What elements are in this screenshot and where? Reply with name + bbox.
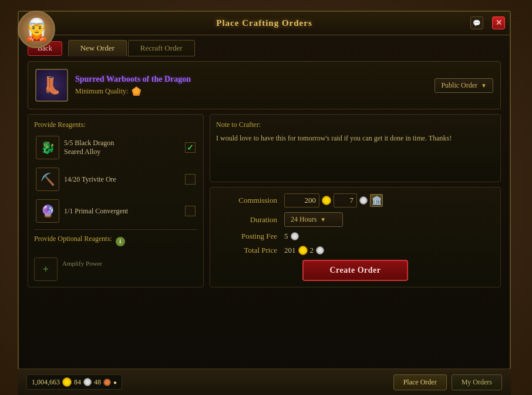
commission-value: 🏛️ — [277, 193, 492, 207]
total-price-gold: 201 — [284, 246, 296, 255]
item-left: 👢 Spurred Warboots of the Dragon Minimum… — [35, 69, 191, 102]
optional-reagents-label: Provide Optional Reagents: — [34, 235, 112, 243]
total-price-silver: 2 — [310, 246, 314, 255]
total-silver-coin-icon — [316, 246, 324, 255]
reagent-name-0: 5/5 Black Dragon — [64, 139, 180, 148]
duration-label: Duration — [218, 215, 277, 225]
min-quality-row: Minimum Quality: — [75, 86, 191, 96]
gold-coin-icon — [322, 196, 331, 205]
commission-row: Commission 🏛️ — [218, 193, 492, 207]
item-name: Spurred Warboots of the Dragon — [75, 75, 191, 84]
optional-label-row: Provide Optional Reagents: i — [34, 235, 197, 248]
divider — [34, 229, 197, 230]
reagent-name-2: 1/1 Primal Convergent — [64, 207, 180, 216]
reagent-check-1[interactable] — [185, 174, 196, 185]
note-header: Note to Crafter: 💬 — [216, 120, 494, 133]
optional-slot-row: + Amplify Power — [34, 253, 197, 281]
item-icon: 👢 — [35, 69, 68, 102]
chat-icon-button[interactable]: 💬 — [470, 16, 483, 29]
commission-label: Commission — [218, 196, 277, 205]
posting-fee-label: Posting Fee — [218, 232, 277, 241]
window-title: Place Crafting Orders — [216, 18, 312, 28]
silver-coin-icon — [359, 196, 368, 205]
duration-row: Duration 24 Hours ▼ — [218, 212, 492, 227]
item-section: 👢 Spurred Warboots of the Dragon Minimum… — [28, 61, 501, 109]
reagent-name-1: 14/20 Tyrivite Ore — [64, 175, 180, 184]
reagent-row-0: 🐉 5/5 Black Dragon Seared Alloy ✓ — [34, 134, 197, 161]
currency-gold-value: 1,004,663 — [32, 378, 60, 387]
total-price-row: Total Price 201 2 — [218, 246, 492, 255]
commission-gold-input[interactable] — [284, 193, 319, 207]
tab-recraft-order[interactable]: Recraft Order — [128, 40, 195, 56]
pricing-area: Commission 🏛️ Duration 24 Hours — [210, 187, 501, 287]
title-bar: Place Crafting Orders ✕ — [19, 12, 510, 35]
reagents-panel: Provide Reagents: 🐉 5/5 Black Dragon Sea… — [28, 114, 204, 287]
order-type-select[interactable]: Public Order ▼ — [435, 78, 493, 93]
create-btn-row: Create Order — [218, 260, 492, 281]
reagent-icon-0: 🐉 — [36, 136, 59, 159]
reagent-icon-2: 🔮 — [36, 199, 59, 223]
reagent-name-0b: Seared Alloy — [64, 148, 180, 156]
tab-new-order[interactable]: New Order — [68, 40, 127, 56]
bottom-silver-icon — [83, 378, 92, 386]
close-button[interactable]: ✕ — [492, 16, 505, 29]
reagent-check-0[interactable]: ✓ — [185, 142, 196, 153]
info-icon[interactable]: i — [116, 237, 125, 246]
bottom-copper-icon — [103, 379, 111, 386]
main-window: Place Crafting Orders ✕ Back New Order R… — [18, 11, 511, 375]
item-info: Spurred Warboots of the Dragon Minimum Q… — [75, 75, 191, 96]
bottom-bar: 1,004,663 84 48 ● Place Order My Orders — [18, 369, 511, 395]
quality-gem-icon — [132, 86, 141, 96]
note-box: Note to Crafter: 💬 I would love to have … — [210, 114, 501, 182]
currency-display: 1,004,663 84 48 ● — [26, 374, 122, 390]
order-type-arrow: ▼ — [481, 82, 487, 89]
currency-copper-value: 48 — [94, 378, 101, 387]
commission-add-button[interactable]: 🏛️ — [370, 194, 383, 207]
plus-icon: + — [43, 263, 49, 276]
tab-bar: New Order Recraft Order — [68, 40, 195, 56]
note-label: Note to Crafter: — [216, 120, 261, 129]
optional-slot[interactable]: + — [34, 257, 58, 281]
main-body: Provide Reagents: 🐉 5/5 Black Dragon Sea… — [28, 114, 501, 287]
posting-fee-value: 5 — [277, 232, 492, 241]
reagent-row-1: ⛏️ 14/20 Tyrivite Ore — [34, 166, 197, 193]
duration-arrow: ▼ — [320, 216, 326, 223]
my-orders-button[interactable]: My Orders — [452, 374, 502, 390]
currency-extra: ● — [113, 379, 117, 386]
right-panel: Note to Crafter: 💬 I would love to have … — [210, 114, 501, 287]
duration-value: 24 Hours ▼ — [277, 212, 492, 227]
posting-fee-coin-icon — [291, 232, 299, 240]
optional-slot-label: Amplify Power — [62, 260, 102, 267]
posting-fee-amount: 5 — [284, 232, 288, 241]
avatar: 🧝 — [18, 11, 55, 48]
total-price-value: 201 2 — [277, 246, 492, 255]
create-order-button[interactable]: Create Order — [302, 260, 408, 281]
total-price-label: Total Price — [218, 246, 277, 255]
bottom-gold-icon — [62, 377, 72, 387]
commission-silver-input[interactable] — [334, 193, 357, 207]
note-text: I would love to have this for tomorrow's… — [216, 133, 494, 143]
duration-select[interactable]: 24 Hours ▼ — [284, 212, 343, 227]
min-quality-label: Minimum Quality: — [75, 87, 128, 96]
posting-fee-row: Posting Fee 5 — [218, 232, 492, 241]
place-order-button[interactable]: Place Order — [393, 374, 447, 390]
top-controls: Back New Order Recraft Order — [19, 35, 510, 61]
avatar-emoji: 🧝 — [23, 17, 50, 42]
total-gold-coin-icon — [298, 246, 308, 255]
optional-slot-container: + — [34, 253, 58, 281]
reagent-row-2: 🔮 1/1 Primal Convergent — [34, 198, 197, 225]
reagent-check-2[interactable] — [185, 206, 196, 216]
reagent-icon-1: ⛏️ — [36, 168, 59, 191]
bottom-buttons: Place Order My Orders — [393, 374, 502, 390]
currency-silver-value: 84 — [74, 378, 81, 387]
provide-reagents-label: Provide Reagents: — [34, 120, 197, 129]
